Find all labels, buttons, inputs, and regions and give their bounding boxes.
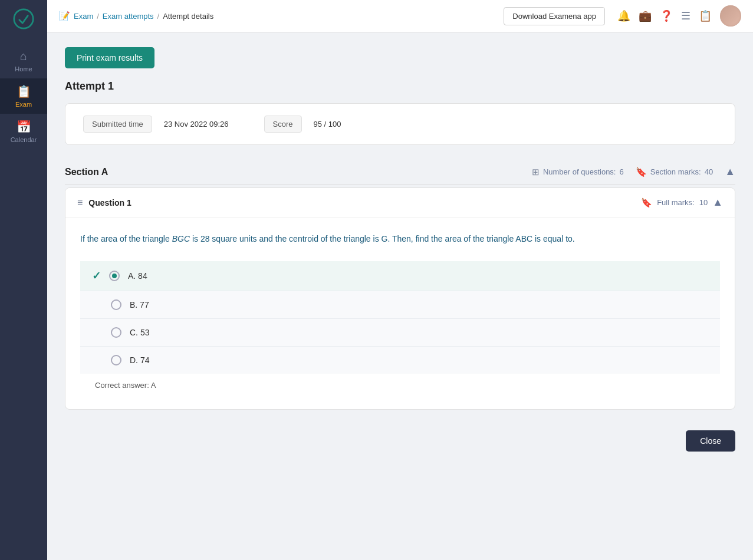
score-value: 95 / 100 (314, 120, 341, 129)
sidebar-item-exam-label: Exam (15, 101, 32, 108)
check-correct-icon: ✓ (92, 269, 101, 282)
info-card: Submitted time 23 Nov 2022 09:26 Score 9… (65, 103, 735, 145)
topbar: 📝 Exam / Exam attempts / Attempt details… (47, 0, 753, 32)
question-text-part2: is 28 square units and the centroid of t… (190, 234, 575, 243)
option-d-text: D. 74 (130, 355, 149, 365)
breadcrumb-exam-attempts[interactable]: Exam attempts (103, 12, 154, 21)
section-meta: ⊞ Number of questions: 6 🔖 Section marks… (532, 166, 735, 178)
question-card: ≡ Question 1 🔖 Full marks: 10 ▲ If the a… (65, 187, 735, 410)
option-c[interactable]: C. 53 (80, 318, 720, 346)
topbar-icons: 🔔 💼 ❓ ☰ 📋 (617, 5, 741, 27)
notification-icon[interactable]: 🔔 (617, 9, 630, 22)
score-item: Score 95 / 100 (264, 116, 341, 133)
breadcrumb-icon: 📝 (59, 11, 70, 21)
sidebar-item-home-label: Home (15, 65, 32, 73)
clipboard-icon[interactable]: 📋 (699, 9, 712, 22)
attempt-title: Attempt 1 (65, 80, 735, 93)
close-button[interactable]: Close (686, 430, 735, 452)
option-d[interactable]: D. 74 (80, 346, 720, 374)
questions-grid-icon: ⊞ (532, 167, 540, 177)
options-list: ✓ A. 84 B. 77 C. 53 (80, 261, 720, 374)
option-b[interactable]: B. 77 (80, 291, 720, 318)
submitted-time-item: Submitted time 23 Nov 2022 09:26 (83, 116, 229, 133)
section-collapse-button[interactable]: ▲ (725, 166, 735, 178)
question-number: Question 1 (88, 198, 131, 207)
sidebar-item-exam[interactable]: 📋 Exam (0, 78, 47, 114)
download-btn[interactable]: Download Examena app (504, 7, 605, 25)
question-text-italic: BGC (172, 234, 190, 243)
option-a[interactable]: ✓ A. 84 (80, 261, 720, 291)
radio-a (109, 271, 120, 281)
option-a-text: A. 84 (128, 271, 147, 281)
question-text-part1: If the area of the triangle (80, 234, 172, 243)
num-questions-value: 6 (619, 167, 623, 176)
section-marks-meta: 🔖 Section marks: 40 (636, 167, 713, 177)
question-header-right: 🔖 Full marks: 10 ▲ (641, 196, 723, 209)
footer-bar: Close (65, 421, 735, 454)
sidebar-item-calendar[interactable]: 📅 Calendar (0, 114, 47, 149)
num-questions-label: Number of questions: (543, 167, 616, 176)
logo (11, 6, 37, 32)
submitted-time-label: Submitted time (83, 116, 152, 133)
question-header-left: ≡ Question 1 (77, 197, 131, 208)
question-collapse-button[interactable]: ▲ (712, 196, 723, 209)
question-list-icon: ≡ (77, 197, 83, 208)
main-content: Print exam results Attempt 1 Submitted t… (47, 32, 753, 560)
bookmark-icon: 🔖 (641, 197, 652, 208)
breadcrumb-sep1: / (97, 12, 99, 21)
question-header: ≡ Question 1 🔖 Full marks: 10 ▲ (65, 188, 735, 218)
home-icon: ⌂ (20, 50, 27, 63)
option-b-text: B. 77 (130, 300, 149, 309)
correct-answer: Correct answer: A (80, 374, 720, 400)
num-questions-meta: ⊞ Number of questions: 6 (532, 167, 624, 177)
sidebar-item-home[interactable]: ⌂ Home (0, 44, 47, 78)
full-marks-value: 10 (699, 198, 708, 207)
question-text: If the area of the triangle BGC is 28 sq… (80, 232, 720, 246)
score-label: Score (264, 116, 302, 133)
option-c-text: C. 53 (130, 328, 149, 337)
section-marks-value: 40 (705, 167, 713, 176)
radio-b (111, 299, 121, 310)
list-icon[interactable]: ☰ (681, 9, 690, 22)
section-header: Section A ⊞ Number of questions: 6 🔖 Sec… (65, 160, 735, 185)
breadcrumb-exam[interactable]: Exam (74, 12, 93, 21)
bookmark-section-icon: 🔖 (636, 167, 647, 177)
submitted-time-value: 23 Nov 2022 09:26 (164, 120, 229, 129)
sidebar-item-calendar-label: Calendar (11, 136, 37, 143)
briefcase-icon[interactable]: 💼 (639, 9, 652, 22)
sidebar: ⌂ Home 📋 Exam 📅 Calendar (0, 0, 47, 560)
help-icon[interactable]: ❓ (660, 9, 673, 22)
breadcrumb-current: Attempt details (163, 12, 213, 21)
section-title: Section A (65, 167, 108, 177)
exam-icon: 📋 (17, 84, 31, 98)
avatar[interactable] (720, 5, 741, 27)
full-marks-label: Full marks: (657, 198, 695, 207)
question-body: If the area of the triangle BGC is 28 sq… (65, 218, 735, 409)
breadcrumb-sep2: / (157, 12, 160, 21)
section-marks-label: Section marks: (650, 167, 701, 176)
radio-c (111, 327, 121, 338)
print-exam-results-button[interactable]: Print exam results (65, 47, 154, 68)
radio-d (111, 355, 121, 365)
calendar-icon: 📅 (17, 120, 31, 134)
svg-point-0 (14, 9, 33, 28)
breadcrumb: 📝 Exam / Exam attempts / Attempt details (59, 11, 500, 21)
